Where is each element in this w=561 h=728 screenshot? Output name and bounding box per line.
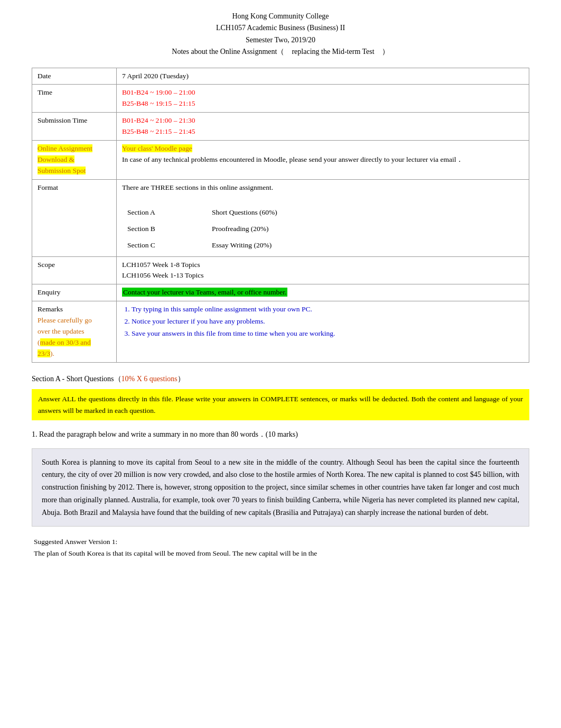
label-date: Date — [32, 68, 117, 85]
header-line3: Semester Two, 2019/20 — [32, 34, 529, 46]
label-enquiry: Enquiry — [32, 284, 117, 301]
section-a-header: Section A - Short Questions（10% X 6 ques… — [32, 374, 529, 384]
suggested-answer-text: The plan of South Korea is that its capi… — [34, 548, 527, 559]
value-remarks: Try typing in this sample online assignm… — [117, 301, 529, 363]
time-b25: B25-B48 ~ 19:15 – 21:15 — [122, 99, 195, 107]
format-intro: There are THREE sections in this online … — [122, 183, 273, 191]
table-row-submission-time: Submission Time B01-B24 ~ 21:00 – 21:30 … — [32, 113, 529, 141]
remark-list: Try typing in this sample online assignm… — [132, 304, 523, 339]
info-table: Date 7 April 2020 (Tuesday) Time B01-B24… — [32, 68, 529, 363]
section-b-name: Section B — [122, 221, 207, 237]
label-online-assign: Online AssignmentDownload &Submission Sp… — [32, 141, 117, 180]
value-enquiry: Contact your lecturer via Teams, email, … — [117, 284, 529, 301]
q1-number: 1. — [32, 430, 38, 438]
scope-line2: LCH1056 Week 1-13 Topics — [122, 271, 204, 279]
label-format: Format — [32, 179, 117, 256]
scope-line1: LCH1057 Week 1-8 Topics — [122, 261, 200, 269]
value-submission-time: B01-B24 ~ 21:00 – 21:30 B25-B48 ~ 21:15 … — [117, 113, 529, 141]
label-time: Time — [32, 85, 117, 113]
section-a-highlight: 10% X 6 questions — [121, 375, 177, 383]
suggested-answer-block: Suggested Answer Version 1: The plan of … — [32, 536, 529, 559]
value-date: 7 April 2020 (Tuesday) — [117, 68, 529, 85]
value-format: There are THREE sections in this online … — [117, 179, 529, 256]
closing-paren: ). — [50, 349, 54, 357]
table-row-scope: Scope LCH1057 Week 1-8 Topics LCH1056 We… — [32, 256, 529, 284]
section-a-prefix: Section A - Short Questions（ — [32, 375, 121, 383]
passage-box: South Korea is planning to move its capi… — [32, 448, 529, 527]
remark-item-2: Notice your lecturer if you have any pro… — [132, 316, 523, 327]
label-remarks: Remarks Please carefully goover the upda… — [32, 301, 117, 363]
enquiry-text: Contact your lecturer via Teams, email, … — [122, 288, 287, 297]
sub-time-b01: B01-B24 ~ 21:00 – 21:30 — [122, 116, 195, 124]
header-line4: Notes about the Online Assignment（ repla… — [32, 46, 529, 58]
section-c-name: Section C — [122, 237, 207, 254]
table-row-time: Time B01-B24 ~ 19:00 – 21:00 B25-B48 ~ 1… — [32, 85, 529, 113]
remark-item-3: Save your answers in this file from time… — [132, 328, 523, 339]
section-b-desc: Proofreading (20%) — [207, 221, 283, 237]
time-b01: B01-B24 ~ 19:00 – 21:00 — [122, 88, 195, 96]
answer-instruction-text: Answer ALL the questions directly in thi… — [38, 395, 523, 414]
q1-text: Read the paragraph below and write a sum… — [39, 430, 298, 438]
section-a-name: Section A — [122, 205, 207, 221]
sub-time-b25: B25-B48 ~ 21:15 – 21:45 — [122, 127, 195, 135]
header-line1: Hong Kong Community College — [32, 11, 529, 22]
table-row-format: Format There are THREE sections in this … — [32, 179, 529, 256]
value-scope: LCH1057 Week 1-8 Topics LCH1056 Week 1-1… — [117, 256, 529, 284]
table-row-online-assign: Online AssignmentDownload &Submission Sp… — [32, 141, 529, 180]
value-time: B01-B24 ~ 19:00 – 21:00 B25-B48 ~ 19:15 … — [117, 85, 529, 113]
table-row-remarks: Remarks Please carefully goover the upda… — [32, 301, 529, 363]
moodle-note: In case of any technical problems encoun… — [122, 155, 463, 163]
label-submission-time: Submission Time — [32, 113, 117, 141]
suggested-answer-label: Suggested Answer Version 1: — [34, 536, 527, 548]
question-1-block: 1. Read the paragraph below and write a … — [32, 429, 529, 440]
page-header: Hong Kong Community College LCH1057 Acad… — [32, 11, 529, 58]
section-a-suffix: ） — [177, 375, 185, 383]
online-assignment-label: Online AssignmentDownload &Submission Sp… — [38, 144, 92, 174]
made-on-label: made on 30/3 and23/3 — [38, 338, 91, 357]
value-online-assign: Your class' Moodle page In case of any t… — [117, 141, 529, 180]
label-scope: Scope — [32, 256, 117, 284]
section-a-desc: Short Questions (60%) — [207, 205, 283, 221]
table-row-date: Date 7 April 2020 (Tuesday) — [32, 68, 529, 85]
remarks-label: Remarks — [38, 305, 63, 313]
remark-item-1: Try typing in this sample online assignm… — [132, 304, 523, 315]
answer-instruction: Answer ALL the questions directly in thi… — [32, 389, 529, 420]
passage-text: South Korea is planning to move its capi… — [42, 458, 519, 517]
section-c-desc: Essay Writing (20%) — [207, 237, 283, 254]
header-line2: LCH1057 Academic Business (Business) II — [32, 22, 529, 34]
moodle-page-label: Your class' Moodle page — [122, 144, 192, 152]
table-row-enquiry: Enquiry Contact your lecturer via Teams,… — [32, 284, 529, 301]
